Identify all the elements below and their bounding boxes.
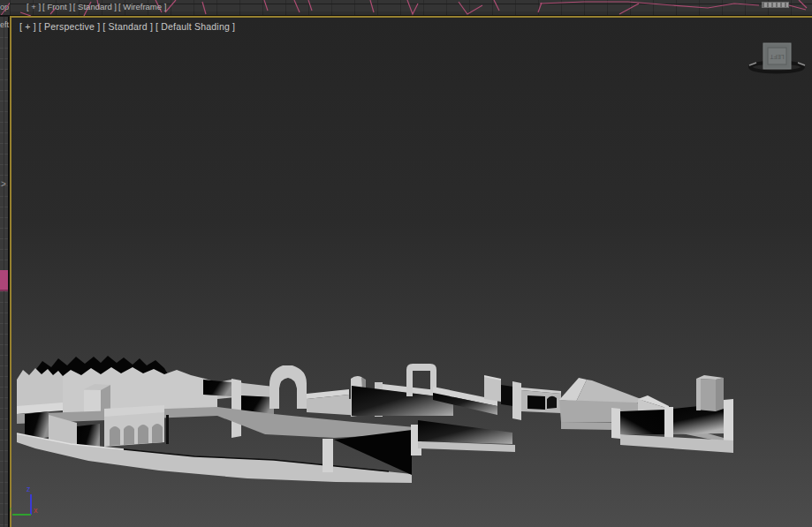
mesh-tower-highlight bbox=[696, 379, 701, 410]
viewport-shading-menu[interactable]: [ Default Shading ] bbox=[156, 21, 235, 32]
mesh-post[interactable] bbox=[231, 379, 241, 438]
wireframe-chip bbox=[762, 2, 789, 8]
mesh-arch-notch[interactable] bbox=[547, 396, 557, 409]
front-viewport-strip[interactable]: [ + ][ Front ][ Standard ][ Wireframe ] bbox=[10, 0, 812, 16]
viewport-pov-menu[interactable]: [ Perspective ] bbox=[39, 21, 101, 32]
viewport-shading-menu[interactable]: [ Wireframe ] bbox=[118, 2, 166, 11]
application-window: [ + ][ Perspective ][ Standard ][ Defaul… bbox=[0, 0, 812, 527]
top-viewport-corner[interactable]: op bbox=[0, 0, 10, 16]
mesh-wall-piece[interactable] bbox=[484, 377, 501, 402]
wireframe-glyph: > bbox=[1, 179, 6, 189]
viewport-pov-menu[interactable]: [ Front ] bbox=[42, 2, 72, 11]
axis-x-label: x bbox=[34, 506, 38, 515]
viewport-general-menu[interactable]: [ + ] bbox=[19, 21, 36, 32]
viewport-renderer-menu[interactable]: [ Standard ] bbox=[73, 2, 117, 11]
mesh-black-wall[interactable] bbox=[620, 410, 664, 434]
viewcube-face-label[interactable]: LEFT bbox=[770, 54, 785, 60]
axis-z-label: z bbox=[27, 485, 31, 493]
viewport-renderer-menu[interactable]: [ Standard ] bbox=[102, 21, 153, 32]
viewport-general-menu[interactable]: [ + ] bbox=[27, 2, 41, 11]
mesh-post[interactable] bbox=[512, 381, 521, 420]
mesh-tower-side[interactable] bbox=[716, 378, 724, 411]
left-viewport-strip[interactable]: eft > bbox=[0, 17, 10, 527]
mesh-pole[interactable] bbox=[166, 415, 169, 444]
mesh-post[interactable] bbox=[611, 408, 620, 439]
mesh-post[interactable] bbox=[664, 407, 673, 440]
wireframe-object-block bbox=[0, 270, 8, 291]
mesh-post[interactable] bbox=[724, 399, 733, 441]
left-viewport-label-remnant: eft bbox=[0, 20, 9, 29]
perspective-viewport-label: [ + ][ Perspective ][ Standard ][ Defaul… bbox=[19, 21, 238, 32]
front-viewport-label: [ + ][ Front ][ Standard ][ Wireframe ] bbox=[27, 2, 168, 11]
mesh-post[interactable] bbox=[323, 439, 333, 472]
mesh-shadow-wedge[interactable] bbox=[203, 380, 231, 396]
mesh-black-gap[interactable] bbox=[501, 385, 513, 406]
mesh-opening[interactable] bbox=[527, 395, 545, 410]
